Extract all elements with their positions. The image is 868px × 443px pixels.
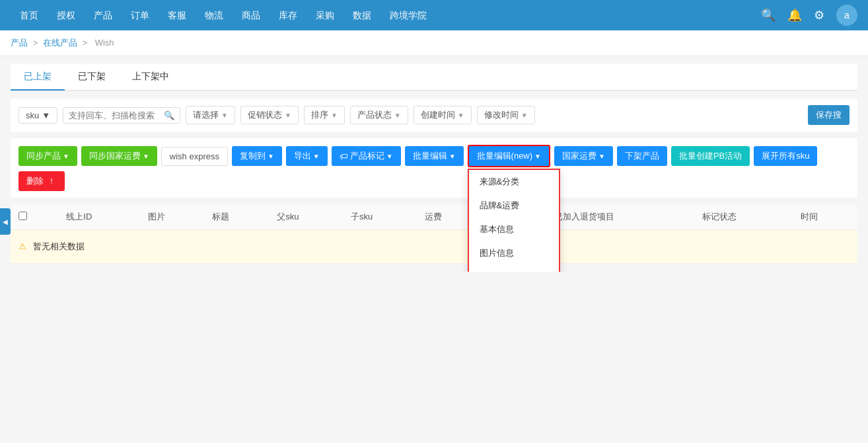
nav-item-home[interactable]: 首页 xyxy=(11,0,48,30)
breadcrumb-sep1: > xyxy=(33,38,40,48)
search-input[interactable] xyxy=(69,110,161,120)
product-tag-button[interactable]: 🏷 产品标记 ▼ xyxy=(332,146,401,166)
nav-item-auth[interactable]: 授权 xyxy=(48,0,85,30)
sidebar-collapse-arrow[interactable]: ◀ xyxy=(0,208,11,235)
col-time: 时间 xyxy=(793,204,857,230)
batch-create-pb-label: 批量创建PB活动 xyxy=(679,151,742,161)
batch-edit-new-button[interactable]: 批量编辑(new) ▼ xyxy=(468,145,550,167)
search-input-icon[interactable]: 🔍 xyxy=(164,110,174,120)
sku-chevron-icon: ▼ xyxy=(42,110,50,120)
col-title: 标题 xyxy=(204,204,269,230)
country-shipping-label: 国家运费 xyxy=(562,150,597,162)
breadcrumb-online-product[interactable]: 在线产品 xyxy=(43,38,77,48)
sort-chevron-icon: ▼ xyxy=(331,112,338,119)
export-label: 导出 xyxy=(294,150,311,162)
export-chevron-icon: ▼ xyxy=(313,153,320,160)
action-bar: 同步产品 ▼ 同步国家运费 ▼ wish express 复制到 ▼ 导出 ▼ … xyxy=(11,138,857,198)
avatar[interactable]: a xyxy=(836,5,857,26)
main-content: 已上架 已下架 上下架中 sku ▼ 🔍 请选择 ▼ 促销状态 ▼ 排序 ▼ 产… xyxy=(0,56,868,272)
nav-item-inventory[interactable]: 库存 xyxy=(270,0,307,30)
nav-item-cs[interactable]: 客服 xyxy=(159,0,196,30)
nav-item-product[interactable]: 产品 xyxy=(85,0,122,30)
sort-label: 排序 xyxy=(311,109,328,121)
update-time-select[interactable]: 修改时间 ▼ xyxy=(477,106,535,124)
settings-icon[interactable]: ⚙ xyxy=(814,8,824,22)
wish-express-label: wish express xyxy=(170,151,219,161)
table-header-row: 线上ID 图片 标题 父sku 子sku 运费 库存 已加入退货项目 标记状态 … xyxy=(11,204,857,230)
category-select-label: 请选择 xyxy=(193,109,219,121)
copy-to-chevron-icon: ▼ xyxy=(268,153,274,160)
col-tag-status: 标记状态 xyxy=(694,204,793,230)
wish-express-button[interactable]: wish express xyxy=(161,147,228,166)
nav-item-data[interactable]: 数据 xyxy=(344,0,380,30)
tab-listed[interactable]: 已上架 xyxy=(11,64,65,91)
nav-item-order[interactable]: 订单 xyxy=(122,0,159,30)
col-image: 图片 xyxy=(140,204,205,230)
dropdown-item-brand[interactable]: 品牌&运费 xyxy=(469,194,559,218)
delist-product-label: 下架产品 xyxy=(625,150,659,162)
product-tag-chevron-icon: ▼ xyxy=(386,153,393,160)
category-select[interactable]: 请选择 ▼ xyxy=(186,106,235,124)
col-parent-sku: 父sku xyxy=(269,204,343,230)
nav-item-goods[interactable]: 商品 xyxy=(233,0,270,30)
batch-edit-new-chevron-icon: ▼ xyxy=(534,153,541,160)
sku-select[interactable]: sku ▼ xyxy=(18,107,57,124)
product-table: 线上ID 图片 标题 父sku 子sku 运费 库存 已加入退货项目 标记状态 … xyxy=(11,204,857,264)
dropdown-item-basic[interactable]: 基本信息 xyxy=(469,218,559,241)
select-all-checkbox[interactable] xyxy=(18,212,27,220)
batch-edit-button[interactable]: 批量编辑 ▼ xyxy=(405,146,464,166)
sync-product-chevron-icon: ▼ xyxy=(63,153,69,160)
batch-create-pb-button[interactable]: 批量创建PB活动 xyxy=(671,146,750,166)
bell-icon[interactable]: 🔔 xyxy=(787,8,802,22)
sync-product-button[interactable]: 同步产品 ▼ xyxy=(18,146,77,166)
tab-in-progress[interactable]: 上下架中 xyxy=(119,64,182,91)
nav-item-purchase[interactable]: 采购 xyxy=(307,0,344,30)
create-time-chevron-icon: ▼ xyxy=(458,112,464,119)
breadcrumb-product[interactable]: 产品 xyxy=(11,38,28,48)
table-empty-cell: ⚠ 暂无相关数据 xyxy=(11,230,857,264)
copy-to-label: 复制到 xyxy=(240,150,266,162)
copy-to-button[interactable]: 复制到 ▼ xyxy=(232,146,282,166)
export-button[interactable]: 导出 ▼ xyxy=(286,146,328,166)
nav-item-academy[interactable]: 跨境学院 xyxy=(380,0,436,30)
top-navigation: 首页 授权 产品 订单 客服 物流 商品 库存 采购 数据 跨境学院 🔍 🔔 ⚙… xyxy=(0,0,868,30)
sync-country-chevron-icon: ▼ xyxy=(143,153,149,160)
search-icon[interactable]: 🔍 xyxy=(761,8,776,22)
product-status-label: 产品状态 xyxy=(357,109,392,121)
product-tag-label: 产品标记 xyxy=(350,150,384,162)
country-shipping-button[interactable]: 国家运费 ▼ xyxy=(554,146,613,166)
update-time-chevron-icon: ▼ xyxy=(521,112,528,119)
batch-edit-new-container: 批量编辑(new) ▼ 来源&分类 品牌&运费 基本信息 图片信息 价格库存 xyxy=(468,145,550,167)
dropdown-item-image[interactable]: 图片信息 xyxy=(469,241,559,265)
product-status-select[interactable]: 产品状态 ▼ xyxy=(350,106,408,124)
create-time-label: 创建时间 xyxy=(421,109,455,121)
promotion-chevron-icon: ▼ xyxy=(285,112,291,119)
search-input-wrap: 🔍 xyxy=(63,107,180,124)
delete-badge: ! xyxy=(46,176,57,186)
tab-bar: 已上架 已下架 上下架中 xyxy=(11,64,857,91)
tab-delisted[interactable]: 已下架 xyxy=(65,64,119,91)
table-empty-row: ⚠ 暂无相关数据 xyxy=(11,230,857,264)
delist-product-button[interactable]: 下架产品 xyxy=(617,146,667,166)
filter-bar: sku ▼ 🔍 请选择 ▼ 促销状态 ▼ 排序 ▼ 产品状态 ▼ 创建时间 ▼ … xyxy=(11,99,857,132)
category-chevron-icon: ▼ xyxy=(221,112,228,119)
country-shipping-chevron-icon: ▼ xyxy=(598,153,605,160)
delete-button[interactable]: 删除 ! xyxy=(18,171,65,191)
dropdown-item-price[interactable]: 价格库存 xyxy=(469,265,559,272)
warning-icon: ⚠ xyxy=(18,241,26,251)
promotion-label: 促销状态 xyxy=(248,109,282,121)
product-status-chevron-icon: ▼ xyxy=(394,112,401,119)
sku-label: sku xyxy=(26,110,39,120)
batch-edit-new-label: 批量编辑(new) xyxy=(477,150,533,162)
promotion-select[interactable]: 促销状态 ▼ xyxy=(240,106,299,124)
empty-message: 暂无相关数据 xyxy=(33,241,85,251)
col-online-id: 线上ID xyxy=(58,204,139,230)
dropdown-item-source[interactable]: 来源&分类 xyxy=(469,170,559,194)
sort-select[interactable]: 排序 ▼ xyxy=(304,106,345,124)
save-search-button[interactable]: 保存搜 xyxy=(808,105,850,125)
nav-right-section: 🔍 🔔 ⚙ a xyxy=(761,5,857,26)
expand-all-sku-button[interactable]: 展开所有sku xyxy=(754,146,817,166)
create-time-select[interactable]: 创建时间 ▼ xyxy=(414,106,472,124)
nav-item-logistics[interactable]: 物流 xyxy=(196,0,233,30)
sync-country-shipping-button[interactable]: 同步国家运费 ▼ xyxy=(81,146,157,166)
